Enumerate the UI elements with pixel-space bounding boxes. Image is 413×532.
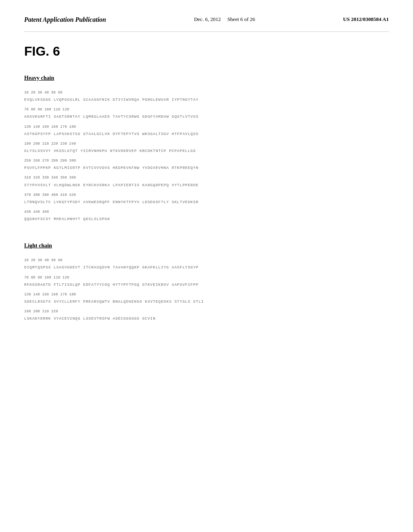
sequence-text: QQGNVFSCSY MHEALHNHYT QKSLSLSPGK [24, 216, 389, 222]
sequence-numbers: 130 140 150 160 170 180 [24, 124, 389, 130]
sequence-text: ASTKGPSYFP LAPSSKSTSG GTAALGCLVK DYFTEPY… [24, 131, 389, 137]
heavy-chain-row: 370 380 390 400 410 420LTRNQVSLTC LVKGFY… [24, 192, 389, 206]
header-patent-number: US 2012/0308584 A1 [343, 16, 389, 23]
heavy-chain-row: 130 140 150 160 170 180ASTKGPSYFP LAPSSK… [24, 124, 389, 137]
heavy-chain-row: 250 260 270 280 290 300PSVFLFPPKP KGTLMI… [24, 158, 389, 171]
sequence-numbers: 10 20 30 40 50 60 [24, 257, 389, 264]
sequence-numbers: 370 380 390 400 410 420 [24, 192, 389, 198]
figure-title: FIG. 6 [24, 44, 389, 59]
header-publication-title: Patent Application Publication [24, 16, 106, 23]
heavy-chain-row: 310 320 330 340 350 360STYPVVSVLT VLHQDW… [24, 175, 389, 188]
sequence-numbers: 250 260 270 280 290 300 [24, 158, 389, 164]
page-container: Patent Application Publication Dec. 6, 2… [0, 0, 413, 532]
header-date: Dec. 6, 2012 [194, 16, 221, 22]
sequence-numbers: 190 200 210 220 230 240 [24, 141, 389, 147]
sequence-text: ADSVKGRFTI SADTSRNTAY LQMNSLAAED TAVTYCS… [24, 113, 389, 120]
page-header: Patent Application Publication Dec. 6, 2… [24, 16, 389, 23]
sequence-text: STYPVVSVLT VLHQDWLNGK EYRCKVSRKA LPAPIER… [24, 182, 389, 189]
sequence-text: PSVFLFPPKP KGTLMISRTP EVTCVVVDVS HEDPEVK… [24, 164, 389, 171]
heavy-chain-title: Heavy chain [24, 75, 389, 81]
sequence-numbers: 130 140 150 160 170 180 [24, 291, 389, 298]
light-chain-row: 190 200 210 220LSKADYERRK VYACEVINQG LSS… [24, 308, 389, 322]
heavy-chain-row: 430 440 450QQGNVFSCSY MHEALHNHYT QKSLSLS… [24, 209, 389, 222]
heavy-chain-section: Heavy chain 10 20 30 40 50 60EVQLVESGGG … [24, 75, 389, 222]
sequence-numbers: 430 440 450 [24, 209, 389, 215]
light-chain-row: 130 140 150 160 170 180SDECLRSGTX SVYCLL… [24, 291, 389, 305]
heavy-chain-row: 10 20 30 40 50 60EVQLVESGGG LVQPGGSLRL S… [24, 89, 389, 103]
sequence-text: LSKADYERRK VYACEVINQG LSSEVTRSFW AGECGGG… [24, 315, 389, 322]
heavy-chain-sequence: 10 20 30 40 50 60EVQLVESGGG LVQPGGSLRL S… [24, 89, 389, 222]
sequence-text: GLYSLSSVVY VKSSLGTQT YICRVNHKPU NTKVDKRV… [24, 148, 389, 154]
heavy-chain-row: 70 80 90 100 110 120ADSVKGRFTI SADTSRNTA… [24, 106, 389, 120]
sequence-text: DIQMTQSPSS LSASVGDEVT ITCRASQDVN TAVANYQ… [24, 264, 389, 271]
light-chain-sequence: 10 20 30 40 50 60DIQMTQSPSS LSASVGDEVT I… [24, 257, 389, 322]
sequence-numbers: 310 320 330 340 350 360 [24, 175, 389, 181]
sequence-text: EVQLVESGGG LVQPGGSLRL SCAASGFNIK DTIYIWV… [24, 96, 389, 103]
sequence-numbers: 10 20 30 40 50 60 [24, 89, 389, 96]
sequence-numbers: 70 80 90 100 110 120 [24, 274, 389, 281]
header-sheet: Sheet 6 of 26 [227, 16, 255, 22]
sequence-numbers: 70 80 90 100 110 120 [24, 106, 389, 113]
header-date-sheet: Dec. 6, 2012 Sheet 6 of 26 [194, 16, 255, 23]
light-chain-row: 70 80 90 100 110 120RFKGSRAGTD FTLTISSLQ… [24, 274, 389, 288]
header-divider [24, 31, 389, 32]
sequence-text: LTRNQVSLTC LVKGFYPSDY AVKWESRQPF ENNYKTF… [24, 199, 389, 206]
sequence-numbers: 190 200 210 220 [24, 308, 389, 315]
light-chain-title: Light chain [24, 243, 389, 249]
light-chain-section: Light chain 10 20 30 40 50 60DIQMTQSPSS … [24, 243, 389, 322]
light-chain-row: 10 20 30 40 50 60DIQMTQSPSS LSASVGDEVT I… [24, 257, 389, 271]
sequence-text: SDECLRSGTX SVYCLLERFY PREARVQWTV BNALQDG… [24, 298, 389, 305]
heavy-chain-row: 190 200 210 220 230 240GLYSLSSVVY VKSSLG… [24, 141, 389, 154]
sequence-text: RFKGSRAGTD FTLTISSLQP EDFATYYCOQ HYTYPFT… [24, 281, 389, 288]
